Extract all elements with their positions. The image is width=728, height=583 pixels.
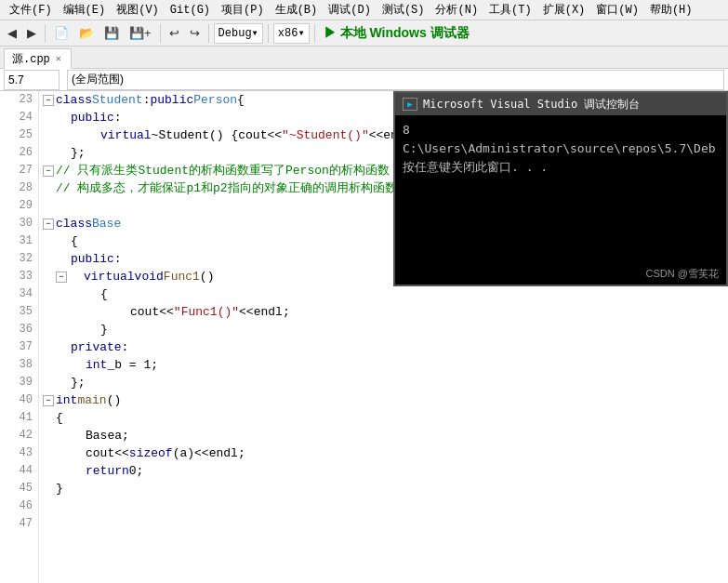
platform-value: x86: [278, 27, 298, 40]
menu-view[interactable]: 视图(V): [111, 0, 165, 20]
code-line-36: }: [43, 321, 728, 338]
fold-33[interactable]: −: [56, 272, 67, 283]
punct-24: :: [114, 109, 122, 126]
menu-debug[interactable]: 调试(D): [323, 0, 377, 20]
new-file-button[interactable]: 📄: [50, 24, 73, 42]
type-42: Base: [86, 427, 114, 444]
base-name-23: Person: [193, 91, 237, 109]
code-line-38: int _b = 1;: [43, 356, 728, 374]
line-num-33: 33: [0, 268, 38, 285]
line-num-34: 34: [0, 285, 38, 303]
sep1: [45, 24, 46, 43]
kw-void-33: void: [135, 268, 164, 285]
semi-43: ;: [238, 444, 245, 462]
forward-button[interactable]: ▶: [23, 24, 40, 42]
code-line-46: [43, 497, 728, 515]
line-num-28: 28: [0, 179, 38, 197]
fold-30[interactable]: −: [43, 219, 54, 230]
num-44: 0;: [129, 462, 144, 480]
menu-git[interactable]: Git(G): [165, 2, 216, 19]
cout-43: cout: [86, 444, 114, 462]
brace-31: {: [71, 232, 78, 250]
line-num-40: 40: [0, 391, 38, 409]
semi-35: ;: [283, 303, 290, 321]
menu-extensions[interactable]: 扩展(X): [537, 0, 591, 20]
source-tab[interactable]: 源.cpp ✕: [4, 48, 72, 69]
line-num-42: 42: [0, 427, 38, 444]
brace-34: {: [100, 285, 108, 303]
menu-help[interactable]: 帮助(H): [644, 0, 698, 20]
menu-build[interactable]: 生成(B): [270, 0, 324, 20]
console-vs-icon: ▶: [403, 98, 417, 111]
save-all-button[interactable]: 💾+: [126, 24, 155, 42]
kw-public-24: public: [71, 109, 114, 126]
op-35: <<: [159, 303, 174, 321]
line-num-44: 44: [0, 462, 38, 480]
tab-filename: 源.cpp: [12, 51, 50, 67]
platform-dropdown[interactable]: x86 ▾: [273, 23, 310, 44]
kw-virtual-33: virtual: [84, 268, 135, 285]
line-num-30: 30: [0, 215, 38, 232]
code-line-39: };: [43, 374, 728, 391]
fold-40[interactable]: −: [43, 395, 54, 406]
line-number-input[interactable]: [4, 70, 60, 90]
menu-window[interactable]: 窗口(W): [590, 0, 644, 20]
fold-27[interactable]: −: [43, 166, 54, 177]
tab-close-button[interactable]: ✕: [54, 53, 63, 64]
destructor-25: ~Student() {: [152, 126, 239, 144]
scope-input[interactable]: [67, 70, 724, 90]
op2-25: <<: [369, 126, 384, 144]
brace-36: }: [100, 321, 108, 338]
console-output-1: 8: [403, 121, 719, 139]
parens-33: (): [200, 268, 215, 285]
op-43: <<: [114, 444, 129, 462]
console-title: Microsoft Visual Studio 调试控制台: [423, 97, 640, 113]
menu-analyze[interactable]: 分析(N): [430, 0, 483, 20]
debug-config-value: Debug: [218, 27, 252, 40]
code-line-34: {: [43, 285, 728, 303]
line-num-36: 36: [0, 321, 38, 338]
console-body: 8 C:\Users\Administrator\source\repos\5.…: [395, 115, 726, 285]
watermark: CSDN @雪芙花: [646, 267, 719, 281]
code-line-47: [43, 515, 728, 533]
line-num-27: 27: [0, 162, 38, 179]
menu-test[interactable]: 测试(S): [377, 0, 430, 20]
code-area[interactable]: − class Student : public Person { public…: [39, 91, 728, 583]
comment-28: // 构成多态，才能保证p1和p2指向的对象正确的调用析构函数。: [56, 179, 409, 197]
kw-private-37: private: [71, 338, 122, 356]
parens-40: (): [107, 391, 122, 409]
code-line-41: {: [43, 409, 728, 427]
code-line-35: cout << "Func1()" << endl ;: [43, 303, 728, 321]
code-line-40: − int main (): [43, 391, 728, 409]
str-25: "~Student()": [282, 126, 369, 144]
code-line-37: private :: [43, 338, 728, 356]
op2-43: <<: [194, 444, 209, 462]
line-num-26: 26: [0, 144, 38, 162]
var-38: _b = 1;: [107, 356, 158, 374]
open-file-button[interactable]: 📂: [75, 24, 98, 42]
navbar: [0, 69, 728, 91]
op2-35: <<: [239, 303, 254, 321]
menu-project[interactable]: 项目(P): [216, 0, 270, 20]
save-button[interactable]: 💾: [100, 24, 123, 42]
redo-button[interactable]: ↪: [186, 24, 204, 42]
debug-config-dropdown[interactable]: Debug ▾: [214, 23, 263, 44]
menu-tools[interactable]: 工具(T): [483, 0, 537, 20]
back-button[interactable]: ◀: [4, 24, 20, 42]
menu-edit[interactable]: 编辑(E): [58, 0, 112, 20]
line-num-37: 37: [0, 338, 38, 356]
cout-35: cout: [130, 303, 159, 321]
line-num-38: 38: [0, 356, 38, 374]
sep5: [314, 24, 315, 43]
line-num-24: 24: [0, 109, 38, 126]
line-num-32: 32: [0, 250, 38, 268]
run-local-button[interactable]: ▶ 本地 Windows 调试器: [320, 23, 473, 44]
undo-button[interactable]: ↩: [165, 24, 183, 42]
code-line-45: }: [43, 480, 728, 497]
kw-int-38: int: [86, 356, 107, 374]
code-line-42: Base a;: [43, 427, 728, 444]
menu-file[interactable]: 文件(F): [4, 0, 58, 20]
op-25: <<: [267, 126, 282, 144]
fold-23[interactable]: −: [43, 95, 54, 106]
dropdown-arrow-icon: ▾: [252, 26, 258, 40]
